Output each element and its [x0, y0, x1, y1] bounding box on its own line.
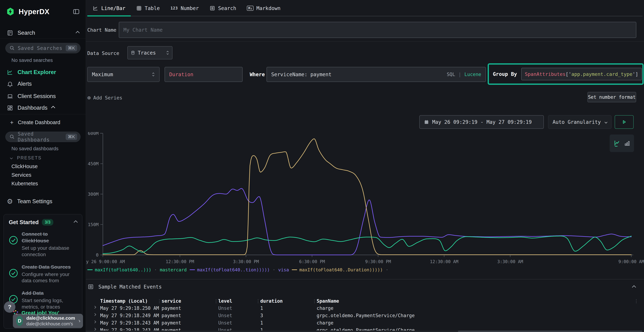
- saved-dashboards-input[interactable]: Saved Dashboards ⌘K: [5, 132, 80, 142]
- column-drag-icon[interactable]: ⋮: [312, 298, 317, 304]
- table-menu-icon[interactable]: ⋮: [634, 298, 639, 304]
- sidebar-item-client-sessions[interactable]: Client Sessions: [0, 91, 86, 101]
- where-value: ServiceName: payment: [271, 72, 332, 78]
- chart-name-label: Chart Name: [87, 27, 116, 33]
- cell-level[interactable]: Unset: [218, 313, 232, 318]
- chevron-up-icon[interactable]: [74, 220, 78, 224]
- col-level[interactable]: level: [218, 298, 232, 304]
- tab-number[interactable]: 123 Number: [165, 0, 204, 16]
- cell-service[interactable]: payment: [162, 306, 181, 311]
- svg-text:450M: 450M: [88, 161, 98, 166]
- cell-service[interactable]: payment: [162, 313, 181, 318]
- chevron-up-icon[interactable]: [76, 31, 80, 35]
- svg-text:6:30:00 PM: 6:30:00 PM: [299, 259, 325, 264]
- granularity-select[interactable]: Auto Granularity: [548, 115, 612, 129]
- user-menu[interactable]: D dale@clickhouse.com dale@clickhouse.co…: [13, 314, 83, 328]
- sidebar-item-chart-explorer[interactable]: Chart Explorer: [0, 67, 86, 77]
- question-mark-icon: ?: [8, 304, 12, 310]
- col-service[interactable]: service: [162, 298, 181, 304]
- cell-level[interactable]: Unset: [218, 306, 232, 311]
- field-input[interactable]: Duration: [164, 67, 242, 82]
- tab-table[interactable]: Table: [131, 0, 165, 16]
- chart-name-input[interactable]: My Chart Name: [119, 22, 636, 38]
- svg-text:150M: 150M: [88, 222, 98, 227]
- legend-separator: ·: [273, 267, 275, 272]
- column-drag-icon[interactable]: ⋮: [214, 298, 218, 304]
- tab-markdown[interactable]: M↓ Markdown: [242, 0, 286, 16]
- create-dashboard-button[interactable]: + Create Dashboard: [0, 117, 86, 127]
- cell-timestamp[interactable]: May 27 9:29:18.243 AM: [100, 320, 159, 326]
- svg-text:9:00:00 AM: 9:00:00 AM: [618, 259, 644, 264]
- lucene-mode-toggle[interactable]: Lucene: [464, 72, 481, 77]
- presets-header[interactable]: PRESETS: [10, 155, 42, 160]
- select-updown-icon: [152, 72, 155, 77]
- cell-spanname[interactable]: charge: [317, 306, 334, 311]
- shortcut-badge: ⌘K: [66, 134, 77, 140]
- chart-legend[interactable]: maxIf(toFloat640..)))·mastercardmaxIf(to…: [87, 266, 388, 273]
- tab-line-bar[interactable]: Line/Bar: [87, 0, 131, 16]
- chevron-down-icon: [605, 120, 608, 124]
- task-connect-clickhouse[interactable]: Connect to ClickHouse Set up your databa…: [9, 231, 77, 258]
- task-create-data-sources[interactable]: Create Data Sources Configure where your…: [9, 264, 77, 284]
- sidebar-section-dashboards[interactable]: Dashboards: [0, 103, 86, 113]
- sql-mode-toggle[interactable]: SQL: [447, 72, 455, 77]
- cell-spanname[interactable]: grpc.oteldemo.PaymentService/Charge: [317, 313, 415, 318]
- cell-duration[interactable]: 3: [260, 313, 263, 318]
- cell-level[interactable]: Unset: [218, 320, 232, 326]
- sidebar-section-search[interactable]: Search: [0, 28, 86, 38]
- col-duration[interactable]: duration: [260, 298, 283, 304]
- preset-services[interactable]: Services: [12, 172, 31, 178]
- chevron-up-icon[interactable]: [51, 106, 55, 110]
- cell-timestamp[interactable]: May 27 9:29:18.250 AM: [100, 306, 159, 311]
- collapse-panel-icon[interactable]: [632, 285, 636, 290]
- aggregation-select[interactable]: Maximum: [87, 67, 160, 82]
- column-drag-icon[interactable]: ⋮: [157, 298, 162, 304]
- preset-kubernetes[interactable]: Kubernetes: [12, 181, 38, 186]
- where-input[interactable]: ServiceName: payment SQL | Lucene: [266, 67, 486, 82]
- user-org: dale@clickhouse.com's: [26, 321, 75, 326]
- sample-matched-events-header[interactable]: Sample Matched Events: [88, 284, 162, 290]
- timeseries-chart[interactable]: 0150M300M450M600MMay 26 9:00:00 AM12:30:…: [86, 132, 644, 272]
- where-label: Where: [250, 72, 265, 78]
- col-spanname[interactable]: SpanName: [317, 298, 339, 304]
- col-timestamp[interactable]: Timestamp (Local): [100, 298, 148, 304]
- svg-text:300M: 300M: [88, 192, 98, 197]
- brand-title: HyperDX: [18, 8, 69, 16]
- section-label: Search: [18, 30, 35, 36]
- task-add-data[interactable]: Add Data Start sending logs, metrics, or…: [9, 290, 77, 310]
- cell-duration[interactable]: 1: [260, 320, 263, 326]
- panel-title: Sample Matched Events: [98, 284, 162, 290]
- add-series-button[interactable]: ⊕ Add Series: [87, 93, 122, 103]
- cell-service[interactable]: payment: [162, 320, 181, 326]
- column-drag-icon[interactable]: ⋮: [256, 298, 260, 304]
- select-updown-icon: [166, 50, 169, 55]
- chart-name-placeholder: My Chart Name: [124, 27, 162, 33]
- cell-timestamp[interactable]: May 27 9:29:18.249 AM: [100, 313, 159, 318]
- cell-spanname[interactable]: charge: [317, 320, 334, 326]
- horizontal-scrollbar[interactable]: [86, 330, 644, 332]
- dashboard-grid-icon: [7, 105, 13, 111]
- preset-clickhouse[interactable]: ClickHouse: [12, 164, 38, 170]
- legend-group-label[interactable]: mastercard: [160, 267, 187, 272]
- svg-text:3:30:00 AM: 3:30:00 AM: [497, 259, 523, 264]
- legend-group-label[interactable]: visa: [278, 267, 289, 272]
- svg-text:12:30:00 PM: 12:30:00 PM: [166, 259, 194, 264]
- legend-item[interactable]: maxIf(toFloat640..))): [87, 267, 151, 272]
- date-range-picker[interactable]: May 26 09:29:19 - May 27 09:29:19: [419, 115, 544, 129]
- sidebar-item-alerts[interactable]: Alerts: [0, 79, 86, 89]
- legend-item[interactable]: maxIf(toFloat640..tion))))): [190, 267, 270, 272]
- tab-search[interactable]: Search: [204, 0, 242, 16]
- run-query-button[interactable]: [615, 115, 634, 129]
- task-title: Add Data: [22, 290, 75, 296]
- collapse-sidebar-icon[interactable]: [73, 8, 80, 15]
- help-button[interactable]: ?: [4, 301, 16, 313]
- data-source-select[interactable]: Traces: [127, 46, 172, 60]
- set-number-format-button[interactable]: Set number format: [588, 92, 636, 102]
- legend-item[interactable]: maxIf(toFloat640..Duration))))): [292, 267, 383, 272]
- divider: [86, 42, 644, 42]
- sidebar-item-team-settings[interactable]: ⚙ Team Settings: [0, 196, 86, 206]
- cell-duration[interactable]: 1: [260, 306, 263, 311]
- group-by-input[interactable]: SpanAttributes['app.payment.card_type']: [521, 68, 642, 80]
- saved-searches-input[interactable]: Saved Searches ⌘K: [5, 43, 80, 53]
- scrollbar-thumb[interactable]: [458, 330, 642, 332]
